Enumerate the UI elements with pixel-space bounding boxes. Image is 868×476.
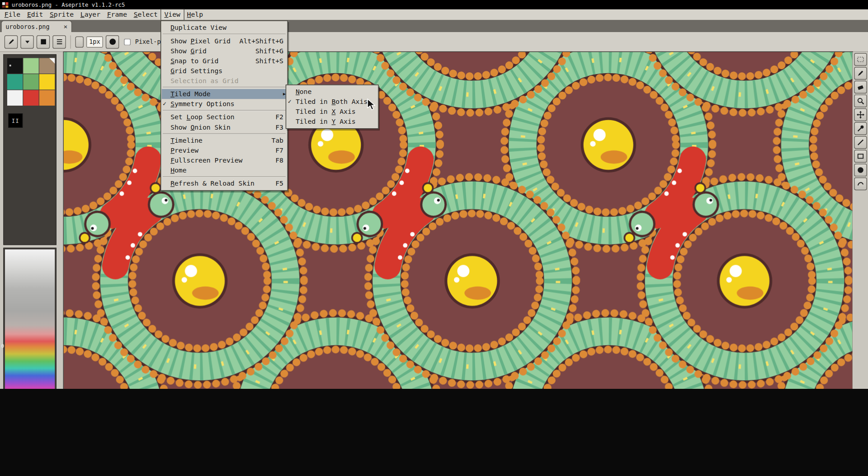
menu-item-label: Snap to Grid [170, 56, 218, 66]
view-menu-item-refresh-reload-skin[interactable]: Refresh & Reload SkinF5 [162, 179, 287, 189]
menu-separator [163, 110, 286, 111]
rectangular-marquee-tool[interactable] [854, 53, 867, 66]
view-menu-item-show-grid[interactable]: Show GridShift+G [162, 46, 287, 56]
list-icon [55, 37, 63, 46]
view-menu-item-grid-settings[interactable]: Grid Settings [162, 66, 287, 76]
tab-close-icon[interactable]: × [64, 23, 68, 30]
menu-item-shortcut: F3 [268, 122, 283, 132]
menu-layer[interactable]: Layer [77, 9, 104, 20]
pixel-perfect-checkbox[interactable] [124, 38, 131, 45]
menu-item-shortcut: F2 [268, 112, 283, 122]
mini-toggle-button[interactable] [75, 36, 84, 47]
view-menu-item-show-pixel-grid[interactable]: Show Pixel GridAlt+Shift+G [162, 36, 287, 46]
title-bar: uroboros.png - Aseprite v1.1.2-rc5 [0, 0, 868, 9]
tiled-mode-item-tiled-in-x-axis[interactable]: Tiled in X Axis [287, 107, 377, 117]
menu-edit[interactable]: Edit [24, 9, 47, 20]
tab-uroboros[interactable]: uroboros.png × [1, 20, 72, 32]
eyedropper-tool[interactable] [854, 122, 867, 135]
color-square-icon [39, 37, 47, 46]
menu-bar: FileEditSpriteLayerFrameSelectViewHelp [0, 9, 868, 20]
menu-item-label: Duplicate View [170, 23, 226, 33]
arrow-down-icon [23, 37, 31, 46]
palette-swatch-0[interactable] [7, 58, 23, 74]
menu-item-shortcut: F7 [268, 145, 283, 155]
pixel-perfect-label: Pixel-pe [135, 38, 163, 45]
menu-separator [163, 133, 286, 134]
menu-frame[interactable]: Frame [104, 9, 130, 20]
palette-panel: II [3, 54, 57, 245]
swatch-corner-mark [49, 58, 55, 64]
menu-separator [163, 34, 286, 35]
menu-item-label: Tiled in X Axis [296, 107, 356, 117]
menu-item-shortcut: Shift+S [248, 56, 283, 66]
view-menu-item-home[interactable]: Home [162, 165, 287, 175]
view-menu-item-set-loop-section[interactable]: Set Loop SectionF2 [162, 112, 287, 122]
line-tool[interactable] [854, 136, 867, 149]
ellipse-tool[interactable] [854, 163, 867, 176]
menu-item-label: Preview [170, 145, 198, 155]
tiled-mode-item-tiled-in-y-axis[interactable]: Tiled in Y Axis [287, 117, 377, 126]
view-menu-item-selection-as-grid: Selection as Grid [162, 76, 287, 86]
ink-options-button[interactable] [52, 35, 66, 48]
tiled-mode-item-tiled-in-both-axis[interactable]: ✓Tiled in Both Axis [287, 97, 377, 107]
palette-swatch-6[interactable] [7, 90, 23, 106]
app-icon [2, 1, 9, 8]
palette-swatch-3[interactable] [7, 74, 23, 89]
zoom-tool[interactable] [854, 94, 867, 107]
view-menu-item-timeline[interactable]: TimelineTab [162, 135, 287, 145]
color-picker-panel: 0 [3, 248, 57, 389]
rectangular-marquee-icon [856, 55, 864, 63]
palette-swatch-8[interactable] [39, 90, 55, 106]
rectangle-tool[interactable] [854, 150, 867, 163]
view-menu-item-duplicate-view[interactable]: Duplicate View [162, 23, 287, 33]
view-menu-item-tiled-mode[interactable]: Tiled Mode▶ [162, 89, 287, 99]
view-menu-popup: Duplicate ViewShow Pixel GridAlt+Shift+G… [160, 20, 288, 191]
menu-file[interactable]: File [1, 9, 24, 20]
menu-item-label: Grid Settings [170, 66, 222, 76]
view-menu-item-symmetry-options[interactable]: ✓Symmetry Options [162, 99, 287, 109]
foreground-color-swatch[interactable]: II [8, 113, 23, 128]
tiled-mode-item-none[interactable]: None [287, 87, 377, 97]
menu-select[interactable]: Select [130, 9, 161, 20]
swatch-dot-mark [9, 65, 11, 66]
brush-preview-button[interactable] [106, 35, 119, 48]
menu-item-label: Show Pixel Grid [170, 36, 231, 46]
view-menu-item-fullscreen-preview[interactable]: Fullscreen PreviewF8 [162, 155, 287, 165]
menu-item-label: Selection as Grid [170, 76, 238, 86]
menu-item-label: None [296, 87, 311, 97]
menu-item-label: Show Grid [170, 46, 207, 56]
menu-view[interactable]: View [161, 9, 184, 20]
eyedropper-icon [856, 125, 864, 133]
zoom-icon [856, 97, 864, 105]
ink-type-button[interactable] [20, 35, 33, 48]
view-menu-item-show-onion-skin[interactable]: Show Onion SkinF3 [162, 122, 287, 132]
check-icon: ✓ [163, 99, 166, 109]
menu-item-shortcut: F5 [268, 179, 283, 189]
palette-swatch-2[interactable] [39, 58, 55, 74]
menu-separator [163, 87, 286, 88]
color-picker-gradient[interactable] [5, 249, 55, 389]
palette-swatch-grid [4, 55, 56, 109]
menu-sprite[interactable]: Sprite [47, 9, 77, 20]
left-sidebar: II 0 Idx-2 Idx-4 [0, 52, 60, 389]
eraser-icon [856, 83, 864, 91]
menu-item-label: Show Onion Skin [170, 122, 231, 132]
eraser-tool[interactable] [854, 81, 867, 93]
pencil-tool[interactable] [854, 67, 867, 79]
menu-help[interactable]: Help [184, 9, 206, 20]
menu-item-label: Symmetry Options [170, 99, 235, 109]
active-tool-button[interactable] [5, 35, 18, 48]
palette-swatch-4[interactable] [23, 74, 38, 89]
contour-tool[interactable] [854, 177, 867, 190]
view-menu-item-snap-to-grid[interactable]: Snap to GridShift+S [162, 56, 287, 66]
view-menu-item-preview[interactable]: PreviewF7 [162, 145, 287, 155]
move-tool[interactable] [854, 108, 867, 121]
palette-swatch-1[interactable] [23, 58, 38, 74]
brush-size-input[interactable] [86, 36, 103, 47]
rectangle-icon [856, 152, 864, 160]
foreground-color-box[interactable] [37, 35, 50, 48]
palette-swatch-7[interactable] [23, 90, 38, 106]
menu-item-shortcut: Tab [264, 135, 283, 145]
pencil-icon [7, 37, 15, 46]
palette-swatch-5[interactable] [39, 74, 55, 89]
